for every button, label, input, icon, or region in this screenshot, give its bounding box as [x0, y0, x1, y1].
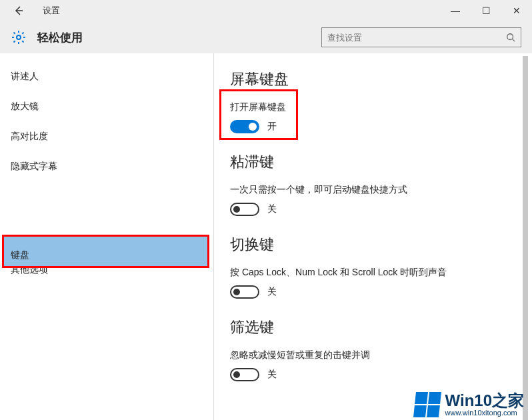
- sidebar-item-captions[interactable]: 隐藏式字幕: [0, 151, 213, 181]
- section-title: 筛选键: [230, 317, 532, 337]
- sidebar-item-magnifier[interactable]: 放大镜: [0, 91, 213, 121]
- body: 讲述人 放大镜 高对比度 隐藏式字幕 键盘 鼠标 其他选项 屏幕键盘 打开屏幕键…: [0, 53, 532, 420]
- back-arrow-icon: [13, 5, 24, 16]
- header: 轻松使用: [0, 21, 532, 53]
- section-title: 切换键: [230, 235, 532, 255]
- content-highlight: [219, 89, 298, 140]
- svg-point-0: [17, 35, 21, 39]
- sidebar-item-narrator[interactable]: 讲述人: [0, 61, 213, 91]
- window-title: 设置: [43, 5, 60, 17]
- section-sticky-keys: 粘滞键 一次只需按一个键，即可启动键盘快捷方式 关: [230, 152, 532, 216]
- toggle-sticky-keys[interactable]: [230, 203, 259, 216]
- section-label: 一次只需按一个键，即可启动键盘快捷方式: [230, 184, 532, 196]
- sidebar-item-label: 讲述人: [11, 71, 39, 83]
- section-title: 粘滞键: [230, 152, 532, 172]
- window-controls: — ☐ ✕: [440, 0, 532, 21]
- svg-line-10: [513, 39, 515, 42]
- sidebar-item-high-contrast[interactable]: 高对比度: [0, 121, 213, 151]
- close-button[interactable]: ✕: [501, 0, 532, 21]
- windows-logo-icon: [413, 392, 441, 417]
- sidebar-item-label: 高对比度: [11, 131, 48, 143]
- toggle-label: 关: [267, 369, 277, 381]
- svg-line-8: [22, 33, 23, 34]
- search-input[interactable]: [322, 33, 501, 43]
- back-button[interactable]: [11, 3, 27, 19]
- watermark: Win10之家 www.win10xitong.com: [415, 392, 524, 417]
- section-label: 按 Caps Lock、Num Lock 和 Scroll Lock 时听到声音: [230, 267, 532, 279]
- toggle-row: 关: [230, 285, 532, 299]
- toggle-row: 关: [230, 368, 532, 381]
- toggle-toggle-keys[interactable]: [230, 285, 259, 299]
- toggle-label: 关: [267, 203, 277, 215]
- search-box[interactable]: [321, 27, 521, 47]
- search-icon[interactable]: [501, 33, 521, 42]
- sidebar-item-label: 放大镜: [11, 101, 39, 113]
- toggle-row: 关: [230, 203, 532, 216]
- content: 屏幕键盘 打开屏幕键盘 开 粘滞键 一次只需按一个键，即可启动键盘快捷方式 关 …: [214, 53, 532, 420]
- maximize-button[interactable]: ☐: [471, 0, 501, 21]
- section-toggle-keys: 切换键 按 Caps Lock、Num Lock 和 Scroll Lock 时…: [230, 235, 532, 299]
- header-category: 轻松使用: [37, 30, 83, 45]
- svg-line-6: [22, 41, 23, 42]
- sidebar: 讲述人 放大镜 高对比度 隐藏式字幕 键盘 鼠标 其他选项: [0, 53, 213, 420]
- toggle-filter-keys[interactable]: [230, 368, 259, 381]
- section-filter-keys: 筛选键 忽略或减慢短暂或重复的击键并调 关: [230, 317, 532, 381]
- watermark-url: www.win10xitong.com: [445, 409, 524, 417]
- svg-point-9: [507, 34, 513, 40]
- titlebar: 设置 — ☐ ✕: [0, 0, 532, 21]
- watermark-brand: Win10之家: [445, 393, 524, 409]
- section-label: 忽略或减慢短暂或重复的击键并调: [230, 349, 532, 361]
- selection-highlight: [2, 235, 209, 268]
- section-title: 屏幕键盘: [230, 69, 532, 89]
- toggle-label: 关: [267, 286, 277, 298]
- sidebar-item-label: 隐藏式字幕: [11, 161, 57, 173]
- svg-line-5: [14, 33, 15, 34]
- settings-icon: [11, 29, 27, 45]
- svg-line-7: [14, 41, 15, 42]
- minimize-button[interactable]: —: [440, 0, 471, 21]
